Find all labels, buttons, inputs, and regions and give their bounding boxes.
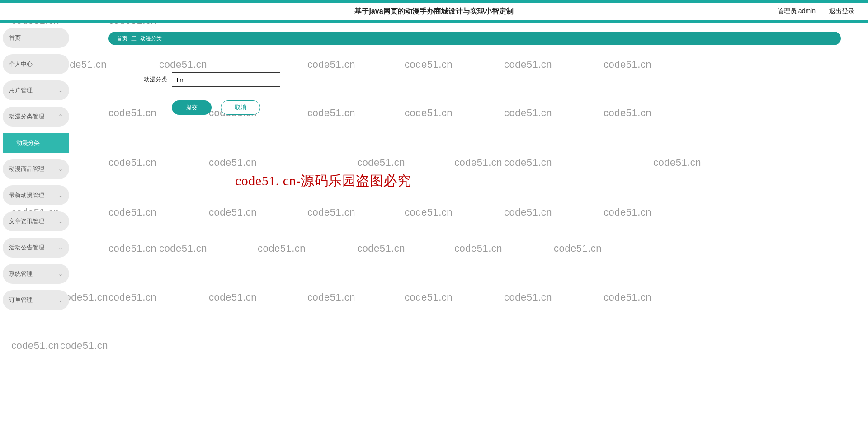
sidebar-item-order-manage[interactable]: 订单管理 ⌄: [3, 290, 69, 310]
sidebar-item-label: 用户管理: [9, 86, 33, 94]
breadcrumb-home[interactable]: 首页: [117, 35, 127, 42]
sidebar-item-personal[interactable]: 个人中心: [3, 54, 69, 74]
sidebar-item-label: 系统管理: [9, 270, 33, 278]
sidebar-item-activity-notice-manage[interactable]: 活动公告管理 ⌄: [3, 238, 69, 258]
chevron-down-icon: ⌄: [58, 271, 63, 277]
sidebar-item-latest-anime-manage[interactable]: 最新动漫管理 ⌄: [3, 185, 69, 205]
chevron-up-icon: ⌃: [58, 113, 63, 120]
sidebar-item-label: 订单管理: [9, 296, 33, 304]
chevron-down-icon: ⌄: [58, 192, 63, 198]
breadcrumb-separator-icon: 三: [131, 35, 137, 42]
chevron-down-icon: ⌄: [58, 87, 63, 94]
sidebar-item-label: 个人中心: [9, 60, 33, 68]
sidebar-item-anime-product-manage[interactable]: 动漫商品管理 ⌄: [3, 159, 69, 179]
breadcrumb: 首页 三 动漫分类: [108, 32, 841, 45]
sidebar-item-label: 活动公告管理: [9, 244, 44, 252]
admin-label[interactable]: 管理员 admin: [778, 7, 816, 15]
page-title: 基于java网页的动漫手办商城设计与实现小智定制: [354, 7, 513, 16]
watermark-text: code51.cn: [60, 340, 108, 352]
sidebar-item-label: 动漫分类: [16, 139, 40, 147]
sidebar-item-label: 文章资讯管理: [9, 217, 44, 226]
cancel-button[interactable]: 取消: [221, 100, 260, 115]
logout-button[interactable]: 退出登录: [829, 7, 854, 15]
main-content: 首页 三 动漫分类 动漫分类 提交 取消: [72, 23, 868, 316]
chevron-down-icon: ⌄: [58, 297, 63, 303]
sidebar-item-label: 首页: [9, 34, 21, 42]
chevron-down-icon: ⌄: [58, 244, 63, 251]
sidebar-item-anime-category-manage[interactable]: 动漫分类管理 ⌃: [3, 107, 69, 127]
breadcrumb-current: 动漫分类: [140, 35, 162, 42]
sidebar-item-label: 动漫商品管理: [9, 165, 44, 173]
sidebar-item-home[interactable]: 首页: [3, 28, 69, 48]
sidebar-item-article-manage[interactable]: 文章资讯管理 ⌄: [3, 212, 69, 231]
form-actions: 提交 取消: [172, 100, 841, 115]
category-label: 动漫分类: [136, 75, 167, 84]
chevron-down-icon: ⌄: [58, 218, 63, 225]
sidebar-item-system-manage[interactable]: 系统管理 ⌄: [3, 264, 69, 284]
submit-button[interactable]: 提交: [172, 100, 212, 115]
sidebar: 首页 个人中心 用户管理 ⌄ 动漫分类管理 ⌃ 动漫分类 动漫商品管理 ⌄ 最新…: [0, 23, 72, 316]
sidebar-item-label: 最新动漫管理: [9, 191, 44, 199]
sidebar-item-label: 动漫分类管理: [9, 113, 44, 121]
topbar: 基于java网页的动漫手办商城设计与实现小智定制 管理员 admin 退出登录: [0, 0, 868, 23]
category-input[interactable]: [172, 72, 280, 87]
sidebar-item-user-manage[interactable]: 用户管理 ⌄: [3, 80, 69, 100]
watermark-text: code51.cn: [11, 340, 59, 352]
chevron-down-icon: ⌄: [58, 166, 63, 172]
sidebar-subitem-anime-category[interactable]: 动漫分类: [3, 133, 69, 153]
form-row-category: 动漫分类: [136, 72, 841, 87]
